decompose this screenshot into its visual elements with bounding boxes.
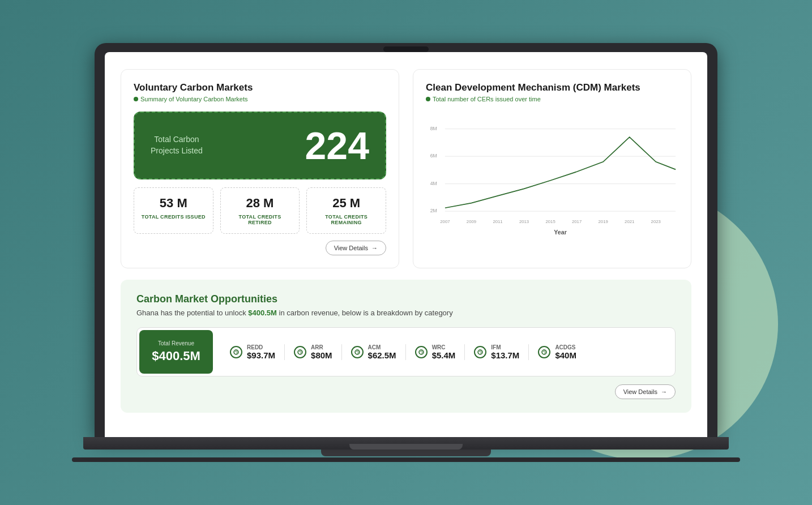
cdm-chart-svg: 8M 6M 4M 2M CERs Issuances — [426, 112, 678, 242]
acdgs-info: ACDGS $40M — [555, 344, 576, 360]
redd-info: REDD $93.7M — [247, 344, 275, 360]
arr-info: ARR $80M — [311, 344, 332, 360]
laptop-stand — [321, 450, 491, 456]
wrc-cat: WRC — [432, 344, 456, 350]
cdm-card: Clean Development Mechanism (CDM) Market… — [413, 69, 691, 268]
ifm-cat: IFM — [491, 344, 519, 350]
vcm-metric-value: 224 — [305, 126, 369, 165]
svg-text:6M: 6M — [430, 153, 437, 159]
vcm-green-dot — [134, 97, 138, 101]
rev-item-redd: REDD $93.7M — [221, 344, 285, 360]
rev-item-acdgs: ACDGS $40M — [529, 344, 586, 360]
stat-box-remaining: 25 M Total Credits Remaining — [306, 187, 386, 234]
acm-icon — [351, 346, 364, 358]
vcm-title: Voluntary Carbon Markets — [134, 82, 386, 93]
svg-point-20 — [298, 350, 302, 354]
vcm-view-details-button[interactable]: View Details → — [326, 241, 386, 255]
svg-text:Year: Year — [554, 229, 567, 236]
rev-item-acm: ACM $62.5M — [342, 344, 406, 360]
opportunities-card: Carbon Market Opportunities Ghana has th… — [121, 280, 691, 413]
wrc-val: $5.4M — [432, 350, 456, 360]
acm-info: ACM $62.5M — [368, 344, 396, 360]
stat-label-retired: Total Credits Retired — [228, 214, 293, 225]
redd-cat: REDD — [247, 344, 275, 350]
arr-cat: ARR — [311, 344, 332, 350]
wrc-info: WRC $5.4M — [432, 344, 456, 360]
stat-label-issued: Total Credits Issued — [141, 214, 206, 220]
opp-view-details-button[interactable]: View Details → — [615, 384, 676, 399]
total-revenue-box: Total Revenue $400.5M — [139, 330, 213, 374]
rev-item-wrc: WRC $5.4M — [406, 344, 465, 360]
revenue-items: REDD $93.7M — [215, 344, 675, 360]
revenue-bar: Total Revenue $400.5M — [136, 327, 676, 376]
vcm-view-details-container: View Details → — [134, 241, 386, 255]
opp-view-details-container: View Details → — [136, 384, 676, 399]
ifm-val: $13.7M — [491, 350, 519, 360]
svg-point-23 — [478, 350, 482, 354]
svg-text:2017: 2017 — [572, 219, 582, 224]
stat-box-retired: 28 M Total Credits Retired — [220, 187, 300, 234]
svg-point-24 — [542, 350, 546, 354]
cdm-green-dot — [426, 97, 430, 101]
stat-value-remaining: 25 M — [314, 196, 379, 211]
acm-cat: ACM — [368, 344, 396, 350]
svg-text:4M: 4M — [430, 181, 437, 186]
svg-text:2019: 2019 — [599, 219, 608, 224]
redd-icon — [230, 346, 242, 358]
rev-item-arr: ARR $80M — [285, 344, 342, 360]
opp-subtitle: Ghana has the potential to unlock $400.5… — [136, 309, 676, 317]
vcm-subtitle: Summary of Voluntary Carbon Markets — [134, 96, 386, 102]
acdgs-icon — [538, 346, 550, 358]
svg-point-21 — [355, 350, 360, 354]
top-section: Voluntary Carbon Markets Summary of Volu… — [121, 69, 691, 268]
acdgs-cat: ACDGS — [555, 344, 576, 350]
dashboard: Voluntary Carbon Markets Summary of Volu… — [121, 69, 691, 413]
svg-text:2009: 2009 — [467, 219, 476, 224]
svg-text:2M: 2M — [430, 208, 437, 213]
svg-text:2007: 2007 — [440, 219, 450, 224]
vcm-main-box: Total CarbonProjects Listed 224 — [134, 112, 386, 179]
acm-val: $62.5M — [368, 350, 396, 360]
arr-val: $80M — [311, 350, 332, 360]
vcm-stats: 53 M Total Credits Issued 28 M Total Cre… — [134, 187, 386, 234]
opp-title: Carbon Market Opportunities — [136, 293, 676, 305]
laptop-screen-inner: Voluntary Carbon Markets Summary of Volu… — [105, 52, 707, 437]
wrc-icon — [415, 346, 428, 358]
acdgs-val: $40M — [555, 350, 576, 360]
svg-text:2015: 2015 — [545, 219, 555, 224]
laptop-wrapper: Voluntary Carbon Markets Summary of Volu… — [66, 43, 746, 462]
stat-label-remaining: Total Credits Remaining — [314, 214, 379, 225]
laptop-screen-outer: Voluntary Carbon Markets Summary of Volu… — [95, 43, 717, 437]
total-revenue-value: $400.5M — [151, 349, 202, 363]
arr-icon — [294, 346, 306, 358]
voluntary-carbon-card: Voluntary Carbon Markets Summary of Volu… — [121, 69, 399, 268]
vcm-metric-label: Total CarbonProjects Listed — [151, 134, 203, 156]
cdm-title: Clean Development Mechanism (CDM) Market… — [426, 82, 678, 93]
svg-text:2011: 2011 — [493, 219, 502, 224]
laptop-feet — [72, 457, 740, 462]
total-revenue-label: Total Revenue — [151, 340, 202, 346]
svg-point-19 — [234, 350, 238, 354]
svg-text:8M: 8M — [430, 126, 437, 131]
svg-text:2013: 2013 — [519, 219, 529, 224]
laptop-base — [83, 437, 729, 450]
ifm-icon — [474, 346, 486, 358]
cdm-subtitle: Total number of CERs issued over time — [426, 96, 678, 102]
ifm-info: IFM $13.7M — [491, 344, 519, 360]
rev-item-ifm: IFM $13.7M — [465, 344, 529, 360]
svg-text:2023: 2023 — [651, 219, 661, 224]
stat-value-issued: 53 M — [141, 196, 206, 211]
svg-text:2021: 2021 — [625, 219, 634, 224]
laptop-notch — [383, 46, 429, 52]
svg-point-22 — [419, 350, 424, 354]
opp-highlight-amount: $400.5M — [248, 309, 277, 317]
cdm-chart-area: 8M 6M 4M 2M CERs Issuances — [426, 112, 678, 247]
stat-box-issued: 53 M Total Credits Issued — [134, 187, 213, 234]
redd-val: $93.7M — [247, 350, 275, 360]
stat-value-retired: 28 M — [228, 196, 293, 211]
